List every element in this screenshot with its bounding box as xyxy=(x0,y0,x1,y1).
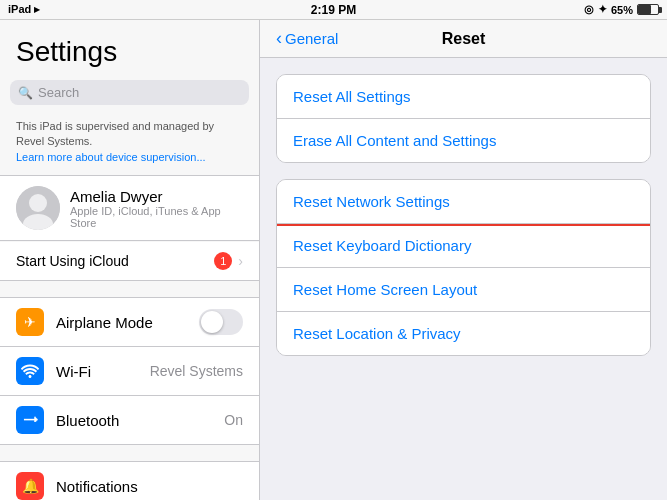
reset-network-settings-item[interactable]: Reset Network Settings xyxy=(277,180,650,224)
user-sub: Apple ID, iCloud, iTunes & App Store xyxy=(70,205,243,229)
back-label: General xyxy=(285,30,338,47)
supervised-message: This iPad is supervised and managed by R… xyxy=(0,115,259,175)
notifications-label: Notifications xyxy=(56,478,243,495)
bluetooth-value: On xyxy=(224,412,243,428)
bluetooth-icon: ⭢ xyxy=(16,406,44,434)
reset-location-privacy-label: Reset Location & Privacy xyxy=(293,325,461,342)
wifi-value: Revel Systems xyxy=(150,363,243,379)
supervised-link[interactable]: Learn more about device supervision... xyxy=(16,151,206,163)
search-placeholder: Search xyxy=(38,85,79,100)
reset-network-settings-label: Reset Network Settings xyxy=(293,193,450,210)
reset-home-screen-layout-label: Reset Home Screen Layout xyxy=(293,281,477,298)
settings-group-2: 🔔 Notifications Control Center ☽ xyxy=(0,461,259,500)
user-name: Amelia Dwyer xyxy=(70,188,243,205)
sidebar-item-notifications[interactable]: 🔔 Notifications xyxy=(0,461,259,500)
icloud-right: 1 › xyxy=(214,252,243,270)
status-bar: iPad ▸ 2:19 PM ◎ ✦ 65% xyxy=(0,0,667,20)
sidebar-item-wifi[interactable]: Wi-Fi Revel Systems xyxy=(0,347,259,396)
chevron-right-icon: › xyxy=(238,253,243,269)
main-layout: Settings 🔍 Search This iPad is supervise… xyxy=(0,20,667,500)
svg-point-1 xyxy=(29,194,47,212)
avatar xyxy=(16,186,60,230)
ipad-label: iPad ▸ xyxy=(8,3,40,16)
airplane-mode-toggle[interactable] xyxy=(199,309,243,335)
toggle-knob xyxy=(201,311,223,333)
airplane-mode-label: Airplane Mode xyxy=(56,314,187,331)
nav-title: Reset xyxy=(442,30,486,48)
reset-all-settings-label: Reset All Settings xyxy=(293,88,411,105)
icloud-badge: 1 xyxy=(214,252,232,270)
search-bar[interactable]: 🔍 Search xyxy=(10,80,249,105)
user-info: Amelia Dwyer Apple ID, iCloud, iTunes & … xyxy=(70,188,243,229)
reset-keyboard-dictionary-item[interactable]: Reset Keyboard Dictionary xyxy=(277,224,650,268)
battery-icon xyxy=(637,4,659,15)
reset-all-settings-item[interactable]: Reset All Settings xyxy=(277,75,650,119)
wifi-label: Wi-Fi xyxy=(56,363,138,380)
back-button[interactable]: ‹ General xyxy=(276,28,338,49)
reset-location-privacy-item[interactable]: Reset Location & Privacy xyxy=(277,312,650,355)
erase-all-content-label: Erase All Content and Settings xyxy=(293,132,496,149)
battery-label: 65% xyxy=(611,4,633,16)
erase-all-content-item[interactable]: Erase All Content and Settings xyxy=(277,119,650,162)
airplane-mode-icon: ✈ xyxy=(16,308,44,336)
status-right: ◎ ✦ 65% xyxy=(584,3,659,16)
status-left: iPad ▸ xyxy=(8,3,40,16)
back-chevron-icon: ‹ xyxy=(276,28,282,49)
settings-title: Settings xyxy=(0,20,259,76)
reset-home-screen-layout-item[interactable]: Reset Home Screen Layout xyxy=(277,268,650,312)
status-time: 2:19 PM xyxy=(311,3,356,17)
sidebar-item-bluetooth[interactable]: ⭢ Bluetooth On xyxy=(0,396,259,445)
bluetooth-label: Bluetooth xyxy=(56,412,212,429)
icloud-label: Start Using iCloud xyxy=(16,253,129,269)
sidebar: Settings 🔍 Search This iPad is supervise… xyxy=(0,20,260,500)
search-icon: 🔍 xyxy=(18,86,33,100)
right-panel: ‹ General Reset Reset All Settings Erase… xyxy=(260,20,667,500)
reset-keyboard-dictionary-label: Reset Keyboard Dictionary xyxy=(293,237,471,254)
icloud-row[interactable]: Start Using iCloud 1 › xyxy=(0,242,259,281)
settings-group: ✈ Airplane Mode Wi-Fi Revel System xyxy=(0,297,259,445)
location-icon: ◎ xyxy=(584,3,594,16)
bluetooth-icon: ✦ xyxy=(598,3,607,16)
notifications-icon: 🔔 xyxy=(16,472,44,500)
reset-group-2: Reset Network Settings Reset Keyboard Di… xyxy=(276,179,651,356)
nav-bar: ‹ General Reset xyxy=(260,20,667,58)
wifi-icon xyxy=(16,357,44,385)
reset-group-1: Reset All Settings Erase All Content and… xyxy=(276,74,651,163)
sidebar-item-airplane-mode[interactable]: ✈ Airplane Mode xyxy=(0,297,259,347)
user-profile[interactable]: Amelia Dwyer Apple ID, iCloud, iTunes & … xyxy=(0,175,259,241)
